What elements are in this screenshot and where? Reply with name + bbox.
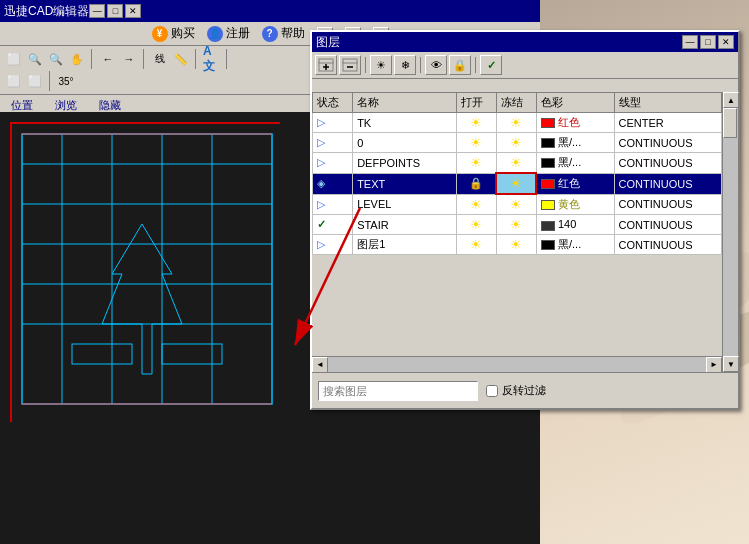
help-icon: ? bbox=[262, 26, 278, 42]
text-tool[interactable]: A文 bbox=[202, 49, 222, 69]
search-input[interactable] bbox=[318, 381, 478, 401]
row-color[interactable]: 红色 bbox=[536, 173, 614, 194]
register-label: 注册 bbox=[226, 25, 250, 42]
purchase-item[interactable]: ¥ 购买 bbox=[152, 25, 195, 42]
filter-label: 反转过滤 bbox=[502, 383, 546, 398]
row-color[interactable]: 140 bbox=[536, 215, 614, 235]
row-status: ▷ bbox=[313, 113, 353, 133]
vertical-scrollbar[interactable]: ▲ ▼ bbox=[722, 92, 738, 372]
cad-drawing bbox=[10, 122, 280, 422]
edit-tools: ← → bbox=[98, 49, 144, 69]
view-tool-2[interactable]: ⬜ bbox=[25, 71, 45, 91]
purchase-label: 购买 bbox=[171, 25, 195, 42]
row-freeze[interactable]: ☀ bbox=[496, 133, 536, 153]
scroll-right[interactable]: ► bbox=[706, 357, 722, 373]
dialog-title: 图层 bbox=[316, 34, 340, 51]
row-freeze[interactable]: ☀ bbox=[496, 194, 536, 215]
help-item[interactable]: ? 帮助 bbox=[262, 25, 305, 42]
row-name: TK bbox=[353, 113, 457, 133]
row-name: 图层1 bbox=[353, 235, 457, 255]
row-status: ▷ bbox=[313, 153, 353, 174]
row-open[interactable]: ☀ bbox=[456, 153, 496, 174]
delete-layer-btn[interactable] bbox=[339, 55, 361, 75]
dialog-footer: 反转过滤 bbox=[312, 372, 738, 408]
row-open[interactable]: 🔒 bbox=[456, 173, 496, 194]
row-color[interactable]: 黑/... bbox=[536, 133, 614, 153]
arrow-left[interactable]: ← bbox=[98, 49, 118, 69]
sun-btn[interactable]: ☀ bbox=[370, 55, 392, 75]
row-open[interactable]: ☀ bbox=[456, 194, 496, 215]
dialog-title-bar: 图层 — □ ✕ bbox=[312, 32, 738, 52]
register-item[interactable]: 👤 注册 bbox=[207, 25, 250, 42]
lock-btn[interactable]: 🔒 bbox=[449, 55, 471, 75]
shape-tool-2[interactable]: 🔍 bbox=[25, 49, 45, 69]
row-linetype: CONTINUOUS bbox=[614, 235, 721, 255]
row-open[interactable]: ☀ bbox=[456, 133, 496, 153]
col-status: 状态 bbox=[313, 93, 353, 113]
check-btn[interactable]: ✓ bbox=[480, 55, 502, 75]
shape-tool-1[interactable]: ⬜ bbox=[4, 49, 24, 69]
minimize-button[interactable]: — bbox=[89, 4, 105, 18]
col-name: 名称 bbox=[353, 93, 457, 113]
scroll-left[interactable]: ◄ bbox=[312, 357, 328, 373]
layer-table-container[interactable]: 状态 名称 打开 冻结 色彩 线型 ▷TK☀☀ 红色CENTER▷0☀☀ 黑/.… bbox=[312, 92, 722, 356]
row-freeze[interactable]: ☀ bbox=[496, 215, 536, 235]
table-row[interactable]: ▷图层1☀☀ 黑/...CONTINUOUS bbox=[313, 235, 722, 255]
view-tool-1[interactable]: ⬜ bbox=[4, 71, 24, 91]
row-color[interactable]: 黄色 bbox=[536, 194, 614, 215]
text-tools: A文 bbox=[202, 49, 227, 69]
row-color[interactable]: 红色 bbox=[536, 113, 614, 133]
col-freeze: 冻结 bbox=[496, 93, 536, 113]
row-freeze[interactable]: ☀ bbox=[496, 113, 536, 133]
scroll-track[interactable] bbox=[328, 357, 706, 373]
eye-btn[interactable]: 👁 bbox=[425, 55, 447, 75]
new-layer-btn[interactable] bbox=[315, 55, 337, 75]
row-status: ▷ bbox=[313, 194, 353, 215]
row-linetype: CONTINUOUS bbox=[614, 133, 721, 153]
table-row[interactable]: ◈TEXT🔒☀ 红色CONTINUOUS bbox=[313, 173, 722, 194]
row-freeze[interactable]: ☀ bbox=[496, 173, 536, 194]
svg-rect-3 bbox=[12, 124, 282, 424]
table-row[interactable]: ▷0☀☀ 黑/...CONTINUOUS bbox=[313, 133, 722, 153]
row-color[interactable]: 黑/... bbox=[536, 153, 614, 174]
row-name: 0 bbox=[353, 133, 457, 153]
table-row[interactable]: ✓STAIR☀☀ 140CONTINUOUS bbox=[313, 215, 722, 235]
window-controls: — □ ✕ bbox=[89, 4, 141, 18]
arrow-right[interactable]: → bbox=[119, 49, 139, 69]
layer-table: 状态 名称 打开 冻结 色彩 线型 ▷TK☀☀ 红色CENTER▷0☀☀ 黑/.… bbox=[312, 92, 722, 255]
row-color[interactable]: 黑/... bbox=[536, 235, 614, 255]
measure-tool[interactable]: 📏 bbox=[171, 49, 191, 69]
filter-checkbox[interactable] bbox=[486, 385, 498, 397]
row-name: LEVEL bbox=[353, 194, 457, 215]
table-row[interactable]: ▷LEVEL☀☀ 黄色CONTINUOUS bbox=[313, 194, 722, 215]
dialog-minimize[interactable]: — bbox=[682, 35, 698, 49]
snowflake-btn[interactable]: ❄ bbox=[394, 55, 416, 75]
row-linetype: CONTINUOUS bbox=[614, 194, 721, 215]
row-open[interactable]: ☀ bbox=[456, 113, 496, 133]
shape-tool-4[interactable]: ✋ bbox=[67, 49, 87, 69]
angle-tool[interactable]: 35° bbox=[56, 71, 76, 91]
row-status: ◈ bbox=[313, 173, 353, 194]
scroll-down[interactable]: ▼ bbox=[723, 356, 739, 372]
horizontal-scrollbar[interactable]: ◄ ► bbox=[312, 356, 722, 372]
app-title: 迅捷CAD编辑器 bbox=[4, 3, 89, 20]
row-freeze[interactable]: ☀ bbox=[496, 235, 536, 255]
scroll-up[interactable]: ▲ bbox=[723, 92, 739, 108]
table-row[interactable]: ▷TK☀☀ 红色CENTER bbox=[313, 113, 722, 133]
row-name: STAIR bbox=[353, 215, 457, 235]
person-icon: 👤 bbox=[207, 26, 223, 42]
dialog-maximize[interactable]: □ bbox=[700, 35, 716, 49]
close-button[interactable]: ✕ bbox=[125, 4, 141, 18]
row-freeze[interactable]: ☀ bbox=[496, 153, 536, 174]
layer-dialog: 图层 — □ ✕ ☀ ❄ 👁 🔒 bbox=[310, 30, 740, 410]
scroll-thumb[interactable] bbox=[723, 108, 737, 138]
shape-tool-3[interactable]: 🔍 bbox=[46, 49, 66, 69]
layer-rows: ▷TK☀☀ 红色CENTER▷0☀☀ 黑/...CONTINUOUS▷DEFPO… bbox=[313, 113, 722, 255]
row-open[interactable]: ☀ bbox=[456, 215, 496, 235]
row-status: ✓ bbox=[313, 215, 353, 235]
maximize-button[interactable]: □ bbox=[107, 4, 123, 18]
dialog-close[interactable]: ✕ bbox=[718, 35, 734, 49]
line-tools: 线 📏 bbox=[150, 49, 196, 69]
row-open[interactable]: ☀ bbox=[456, 235, 496, 255]
table-row[interactable]: ▷DEFPOINTS☀☀ 黑/...CONTINUOUS bbox=[313, 153, 722, 174]
